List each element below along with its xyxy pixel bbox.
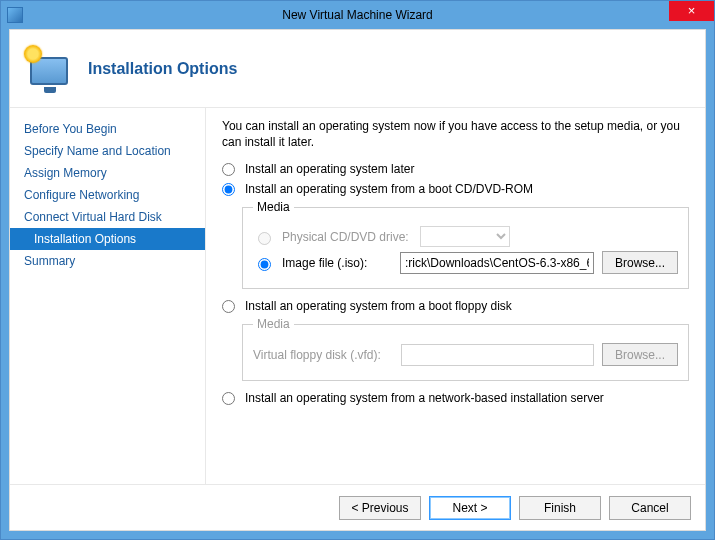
image-file-path[interactable]: [400, 252, 594, 274]
option-install-cd-label: Install an operating system from a boot …: [245, 182, 533, 196]
cancel-button[interactable]: Cancel: [609, 496, 691, 520]
physical-drive-select: [420, 226, 510, 247]
physical-drive-label: Physical CD/DVD drive:: [282, 230, 412, 244]
cd-media-legend: Media: [253, 200, 294, 214]
vfd-label: Virtual floppy disk (.vfd):: [253, 348, 393, 362]
next-button[interactable]: Next >: [429, 496, 511, 520]
browse-iso-button[interactable]: Browse...: [602, 251, 678, 274]
wizard-footer: < Previous Next > Finish Cancel: [10, 484, 705, 530]
wizard-icon: [24, 45, 72, 93]
floppy-media-legend: Media: [253, 317, 294, 331]
intro-text: You can install an operating system now …: [222, 118, 689, 150]
step-summary[interactable]: Summary: [10, 250, 205, 272]
radio-image-file[interactable]: [258, 258, 271, 271]
page-title: Installation Options: [88, 60, 237, 78]
option-install-network-label: Install an operating system from a netwo…: [245, 391, 604, 405]
option-install-later-label: Install an operating system later: [245, 162, 414, 176]
cd-media-group: Media Physical CD/DVD drive: Image file …: [242, 200, 689, 289]
option-install-cd[interactable]: Install an operating system from a boot …: [222, 182, 689, 196]
vfd-path: [401, 344, 594, 366]
radio-install-cd[interactable]: [222, 183, 235, 196]
wizard-content: You can install an operating system now …: [206, 108, 705, 484]
option-install-floppy[interactable]: Install an operating system from a boot …: [222, 299, 689, 313]
radio-physical-drive: [258, 232, 271, 245]
wizard-body: Installation Options Before You Begin Sp…: [9, 29, 706, 531]
app-icon: [7, 7, 23, 23]
wizard-window: New Virtual Machine Wizard × Installatio…: [0, 0, 715, 540]
window-title: New Virtual Machine Wizard: [1, 8, 714, 22]
step-before-you-begin[interactable]: Before You Begin: [10, 118, 205, 140]
step-installation-options[interactable]: Installation Options: [10, 228, 205, 250]
option-install-floppy-label: Install an operating system from a boot …: [245, 299, 512, 313]
image-file-label: Image file (.iso):: [282, 256, 392, 270]
radio-install-floppy[interactable]: [222, 300, 235, 313]
step-assign-memory[interactable]: Assign Memory: [10, 162, 205, 184]
radio-install-network[interactable]: [222, 392, 235, 405]
close-button[interactable]: ×: [669, 1, 714, 21]
step-connect-vhd[interactable]: Connect Virtual Hard Disk: [10, 206, 205, 228]
step-specify-name[interactable]: Specify Name and Location: [10, 140, 205, 162]
browse-vfd-button: Browse...: [602, 343, 678, 366]
titlebar: New Virtual Machine Wizard ×: [1, 1, 714, 29]
option-install-later[interactable]: Install an operating system later: [222, 162, 689, 176]
wizard-steps: Before You Begin Specify Name and Locati…: [10, 108, 206, 484]
step-configure-networking[interactable]: Configure Networking: [10, 184, 205, 206]
option-install-network[interactable]: Install an operating system from a netwo…: [222, 391, 689, 405]
wizard-header: Installation Options: [10, 30, 705, 108]
radio-install-later[interactable]: [222, 163, 235, 176]
floppy-media-group: Media Virtual floppy disk (.vfd): Browse…: [242, 317, 689, 381]
finish-button[interactable]: Finish: [519, 496, 601, 520]
previous-button[interactable]: < Previous: [339, 496, 421, 520]
